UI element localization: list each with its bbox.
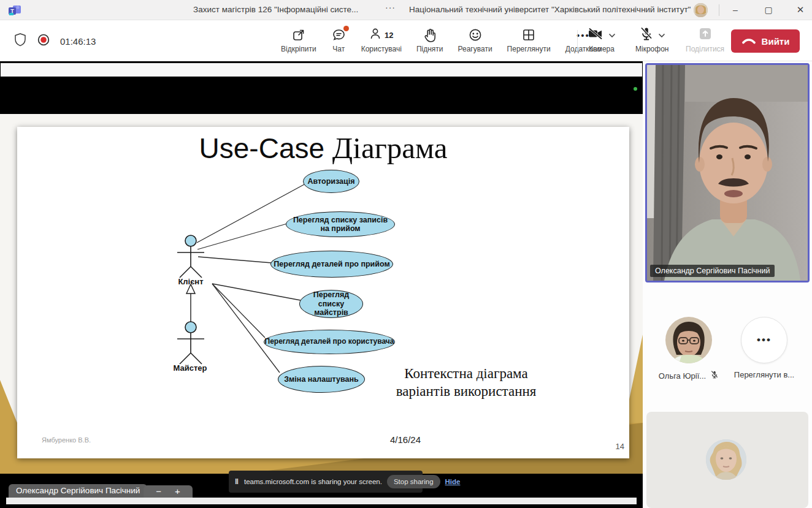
- camera-off-icon: [588, 26, 604, 44]
- stop-sharing-button[interactable]: Stop sharing: [387, 475, 440, 488]
- chat-button[interactable]: Чат: [324, 26, 354, 53]
- leave-button[interactable]: Вийти: [731, 29, 800, 53]
- smiley-icon: [468, 26, 483, 44]
- titlebar-avatar[interactable]: [694, 3, 708, 17]
- slide-caption: Контекстна діаграма варіантів використан…: [374, 365, 558, 401]
- pause-icon: ‖: [235, 477, 239, 486]
- participants-sidebar: Олександр Сергійович Пасічний Ольга Юрії…: [643, 61, 812, 508]
- main-participant-name: Олександр Сергійович Пасічний: [650, 265, 775, 277]
- participant-olga-avatar: [665, 317, 712, 363]
- camera-button[interactable]: Камера: [588, 26, 616, 53]
- meeting-toolbar: 01:46:13 Відкріпити Чат 12 Користувачі: [0, 20, 812, 61]
- meeting-timer: 01:46:13: [60, 36, 96, 47]
- slide: Use-Case Діаграма: [17, 127, 629, 458]
- participants-button[interactable]: 12 Користувачі: [354, 26, 409, 53]
- participant-olga-name: Ольга Юрії...: [659, 371, 706, 381]
- mic-chevron-icon[interactable]: [658, 29, 665, 40]
- mic-off-icon: [639, 26, 654, 44]
- window-titlebar: T Захист магістрів 126 "Інформаційні сис…: [0, 0, 812, 20]
- minimize-button[interactable]: –: [722, 0, 748, 20]
- main-video-tile[interactable]: Олександр Сергійович Пасічний: [645, 63, 810, 282]
- actor-master-label: Майстер: [163, 363, 218, 373]
- unpin-button[interactable]: Відкріпити: [274, 26, 324, 53]
- template-gold-left: [0, 380, 17, 423]
- recording-icon: [37, 33, 50, 49]
- participant-overflow[interactable]: ••• Переглянути в...: [718, 317, 810, 379]
- usecase-view-masters-list: Перегляд списку майстрів: [299, 290, 363, 318]
- overflow-dots-icon: •••: [741, 317, 787, 363]
- usecase-change-settings: Зміна налаштувань: [278, 366, 365, 393]
- slide-page-number: 14: [600, 442, 624, 451]
- usecase-view-appointment-list: Перегляд списку записів на прийом: [286, 211, 395, 237]
- slide-date: 4/16/24: [390, 434, 421, 445]
- react-button[interactable]: Реагувати: [451, 26, 500, 53]
- shared-browser-bottombar: [6, 498, 637, 504]
- chat-icon: [331, 26, 347, 44]
- bottom-participant-avatar: [706, 439, 746, 480]
- maximize-button[interactable]: ▢: [756, 0, 781, 20]
- hide-toast-link[interactable]: Hide: [445, 478, 461, 485]
- zoom-out-button[interactable]: −: [156, 485, 161, 498]
- grid-view-icon: [521, 26, 536, 44]
- usecase-authorization: Авторизація: [303, 170, 359, 193]
- titlebar-more-icon[interactable]: ···: [385, 2, 396, 12]
- share-up-icon: [698, 26, 713, 44]
- hangup-icon: [741, 36, 756, 47]
- microphone-button[interactable]: Мікрофон: [635, 26, 668, 53]
- toolbar-divider: [577, 30, 578, 52]
- org-title: Національний технічний університет "Харк…: [409, 5, 691, 14]
- zoom-in-button[interactable]: +: [175, 485, 180, 498]
- share-button: Поділитися: [686, 26, 724, 53]
- share-toast: ‖ teams.microsoft.com is sharing your sc…: [229, 471, 423, 493]
- participant-video: [647, 65, 808, 281]
- raise-hand-icon: [423, 26, 437, 44]
- slide-author: Ямбуренко В.В.: [42, 436, 91, 444]
- usecase-view-appointment-details: Перегляд деталей про прийом: [270, 251, 393, 278]
- teams-logo-icon: T: [8, 4, 21, 17]
- bottom-participant-tile[interactable]: [646, 412, 808, 508]
- participants-icon: [369, 26, 383, 44]
- view-button[interactable]: Переглянути: [500, 26, 558, 53]
- meeting-title: Захист магістрів 126 "Інформаційні систе…: [193, 5, 358, 14]
- toolbar-center: Відкріпити Чат 12 Користувачі Підняти: [274, 26, 608, 53]
- actor-client-label: Клієнт: [163, 277, 218, 286]
- share-indicator-dot: [634, 87, 637, 91]
- share-toast-message: teams.microsoft.com is sharing your scre…: [244, 478, 382, 485]
- presentation-backdrop: Use-Case Діаграма: [0, 114, 643, 474]
- popout-icon: [291, 26, 306, 44]
- usecase-view-user-details: Перегляд деталей про користувача: [264, 330, 395, 354]
- camera-chevron-icon[interactable]: [608, 29, 616, 40]
- shared-screen-stage: Use-Case Діаграма: [0, 61, 643, 508]
- titlebar-divider: [719, 4, 719, 16]
- close-button[interactable]: ✕: [787, 0, 812, 20]
- chat-notification-badge: [343, 26, 349, 31]
- shield-icon: [13, 32, 27, 50]
- meeting-status: 01:46:13: [13, 32, 96, 50]
- shared-browser-topbar: [1, 63, 642, 77]
- participants-count: 12: [385, 31, 393, 40]
- participant-overflow-label: Переглянути в...: [734, 370, 794, 379]
- raise-hand-button[interactable]: Підняти: [409, 26, 451, 53]
